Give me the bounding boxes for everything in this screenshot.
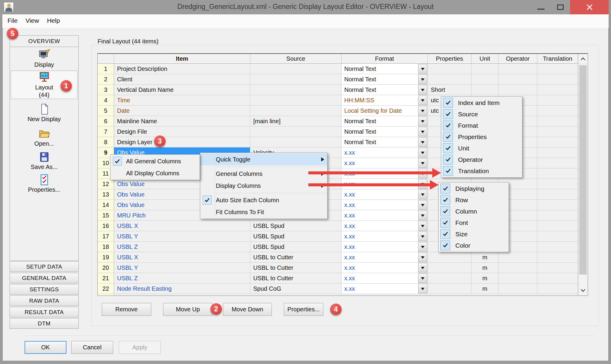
source-cell[interactable]: Spud CoG xyxy=(250,284,342,294)
column-header-properties[interactable]: Properties xyxy=(428,54,471,63)
source-cell[interactable] xyxy=(250,95,342,105)
move-down-button[interactable]: Move Down xyxy=(223,303,272,316)
sidebar-section-button[interactable]: SETUP DATA xyxy=(10,261,79,272)
format-dropdown-button[interactable] xyxy=(418,232,427,241)
item-cell[interactable]: USBL X xyxy=(114,221,250,231)
menu-help[interactable]: Help xyxy=(44,14,63,24)
scroll-down-button[interactable] xyxy=(578,285,588,296)
checkbox-checked-icon[interactable] xyxy=(443,155,453,165)
format-dropdown-button[interactable] xyxy=(418,95,427,105)
format-cell[interactable]: x.xx xyxy=(342,158,428,168)
format-cell[interactable]: x.xx xyxy=(342,221,428,231)
translation-cell[interactable] xyxy=(537,168,578,179)
translation-cell[interactable] xyxy=(537,95,578,105)
sidebar-item-save-as[interactable]: Save As... xyxy=(10,151,78,170)
popup-checkbox-item[interactable]: Source xyxy=(441,109,522,120)
table-row[interactable]: 21 USBL Z USBL to Cutter x.xx m xyxy=(98,273,588,284)
unit-cell[interactable]: m xyxy=(471,252,498,262)
item-cell[interactable]: Project Description xyxy=(114,64,250,74)
checkbox-checked-icon[interactable] xyxy=(443,121,453,130)
sidebar-item-properties[interactable]: Properties... xyxy=(10,174,78,193)
sidebar-section-button[interactable]: RAW DATA xyxy=(10,296,79,306)
close-button[interactable] xyxy=(570,0,609,14)
translation-cell[interactable] xyxy=(537,263,578,273)
menu-item-auto-size-each-column[interactable]: Auto Size Each Column xyxy=(200,194,327,206)
format-dropdown-button[interactable] xyxy=(418,221,427,231)
minimize-button[interactable] xyxy=(532,0,550,14)
translation-cell[interactable] xyxy=(537,179,578,189)
source-cell[interactable]: USBL to Cutter xyxy=(250,252,342,262)
popup-checkbox-item[interactable]: Color xyxy=(439,240,509,251)
source-cell[interactable]: USBL Spud xyxy=(250,231,342,241)
ok-button[interactable]: OK xyxy=(25,341,66,354)
format-cell[interactable]: Local Setting for Date xyxy=(342,106,428,116)
operator-cell[interactable] xyxy=(498,74,537,84)
menu-file[interactable]: File xyxy=(4,14,21,24)
properties-cell[interactable] xyxy=(428,284,471,294)
checkbox-checked-icon[interactable] xyxy=(443,109,453,119)
format-dropdown-button[interactable] xyxy=(418,284,427,293)
popup-checkbox-item[interactable]: Displaying xyxy=(439,183,509,194)
operator-cell[interactable] xyxy=(498,85,537,95)
scrollbar-thumb[interactable] xyxy=(579,65,587,275)
checkbox-checked-icon[interactable] xyxy=(440,195,450,205)
translation-cell[interactable] xyxy=(537,284,578,294)
format-cell[interactable]: x.xx xyxy=(342,284,428,294)
format-cell[interactable]: Normal Text xyxy=(342,116,428,126)
source-cell[interactable] xyxy=(250,137,342,147)
format-dropdown-button[interactable] xyxy=(418,211,427,220)
translation-cell[interactable] xyxy=(537,231,578,241)
translation-cell[interactable] xyxy=(537,116,578,126)
format-dropdown-button[interactable] xyxy=(418,242,427,252)
checkbox-checked-icon[interactable] xyxy=(440,184,450,194)
properties-cell[interactable] xyxy=(428,74,471,84)
popup-checkbox-item[interactable]: Operator xyxy=(441,154,522,165)
item-cell[interactable]: Client xyxy=(114,74,250,84)
table-row[interactable]: 15 MRU Pitch VRU Ladder x.xx xyxy=(98,210,588,221)
translation-cell[interactable] xyxy=(537,221,578,231)
format-cell[interactable]: Normal Text xyxy=(342,85,428,95)
format-cell[interactable]: x.xx xyxy=(342,273,428,283)
translation-cell[interactable] xyxy=(537,106,578,116)
table-row[interactable]: 1 Project Description Normal Text xyxy=(98,64,588,74)
popup-checkbox-item[interactable]: Size xyxy=(439,229,509,240)
translation-cell[interactable] xyxy=(537,252,578,262)
item-cell[interactable]: Time xyxy=(114,95,250,105)
format-dropdown-button[interactable] xyxy=(418,273,427,283)
operator-cell[interactable] xyxy=(498,252,537,262)
table-row[interactable]: 22 Node Result Easting Spud CoG x.xx m xyxy=(98,284,588,294)
format-cell[interactable]: Normal Text xyxy=(342,137,428,147)
properties-cell[interactable] xyxy=(428,263,471,273)
checkbox-checked-icon[interactable] xyxy=(440,218,450,228)
popup-checkbox-item[interactable]: Unit xyxy=(441,143,522,154)
source-cell[interactable] xyxy=(250,85,342,95)
operator-cell[interactable] xyxy=(498,273,537,283)
format-dropdown-button[interactable] xyxy=(418,158,427,168)
checkbox-checked-icon[interactable] xyxy=(440,206,450,216)
format-dropdown-button[interactable] xyxy=(418,85,427,95)
column-header-item[interactable]: Item xyxy=(114,54,250,63)
format-cell[interactable]: Normal Text xyxy=(342,127,428,137)
source-cell[interactable] xyxy=(250,127,342,137)
table-row[interactable]: 3 Vertical Datum Name Normal Text Short xyxy=(98,85,588,95)
translation-cell[interactable] xyxy=(537,127,578,137)
source-cell[interactable] xyxy=(250,64,342,74)
properties-cell[interactable] xyxy=(428,64,471,74)
table-row[interactable]: 18 USBL Z USBL Spud x.xx xyxy=(98,242,588,252)
format-cell[interactable]: Normal Text xyxy=(342,74,428,84)
format-dropdown-button[interactable] xyxy=(418,116,427,126)
item-cell[interactable]: Design File xyxy=(114,127,250,137)
unit-cell[interactable]: m xyxy=(471,284,498,294)
format-dropdown-button[interactable] xyxy=(418,106,427,115)
checkbox-checked-icon[interactable] xyxy=(440,229,450,239)
cancel-button[interactable]: Cancel xyxy=(71,341,113,354)
properties-cell[interactable]: Short xyxy=(428,85,471,95)
sidebar-section-button[interactable]: SETTINGS xyxy=(10,284,79,295)
unit-cell[interactable] xyxy=(471,74,498,84)
remove-button[interactable]: Remove xyxy=(102,303,151,316)
format-cell[interactable]: x.xx xyxy=(342,231,428,241)
source-cell[interactable]: [main line] xyxy=(250,116,342,126)
table-row[interactable]: 19 USBL X USBL to Cutter x.xx m xyxy=(98,252,588,263)
item-cell[interactable]: USBL Z xyxy=(114,242,250,252)
properties-cell[interactable] xyxy=(428,273,471,283)
